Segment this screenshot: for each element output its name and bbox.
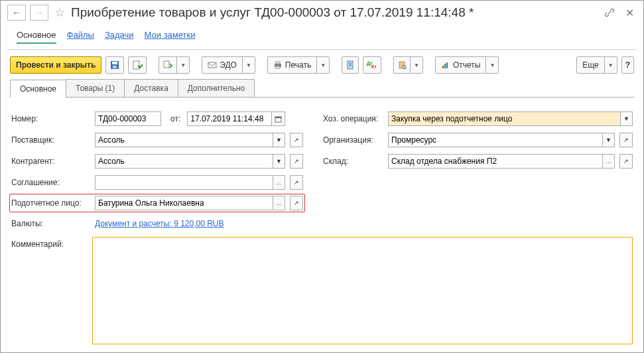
svg-rect-3 <box>133 61 139 69</box>
operation-input[interactable] <box>389 112 620 125</box>
counterparty-input[interactable] <box>96 155 273 168</box>
section-tab-main[interactable]: Основное <box>17 27 56 44</box>
create-based-on-dropdown[interactable]: ▼ <box>177 56 190 74</box>
svg-rect-7 <box>276 62 280 64</box>
attachments-dropdown[interactable]: ▼ <box>411 56 423 74</box>
tab-goods[interactable]: Товары (1) <box>66 79 125 97</box>
operation-dropdown-icon[interactable]: ▼ <box>620 112 632 125</box>
supplier-open-icon[interactable]: ↗ <box>290 133 303 147</box>
svg-rect-1 <box>112 62 117 64</box>
svg-rect-8 <box>276 66 280 68</box>
svg-line-17 <box>405 68 407 70</box>
section-tab-files[interactable]: Файлы <box>67 27 94 44</box>
window-title: Приобретение товаров и услуг ТД00-000003… <box>71 5 600 20</box>
save-button[interactable] <box>105 56 124 74</box>
post-button[interactable] <box>128 56 147 74</box>
label-supplier: Поставщик: <box>11 135 92 145</box>
svg-rect-19 <box>444 64 446 68</box>
svg-rect-22 <box>275 117 281 118</box>
svg-rect-20 <box>446 62 448 68</box>
more-button[interactable]: Еще <box>576 56 604 74</box>
organization-open-icon[interactable]: ↗ <box>619 133 633 147</box>
help-button[interactable]: ? <box>621 56 634 74</box>
post-and-close-button[interactable]: Провести и закрыть <box>10 56 101 74</box>
agreement-select-icon[interactable]: … <box>273 176 285 189</box>
number-input[interactable] <box>95 111 161 126</box>
print-button[interactable]: Печать <box>267 56 317 74</box>
create-based-on-button[interactable] <box>159 56 177 74</box>
counterparty-dropdown-icon[interactable]: ▼ <box>273 155 285 168</box>
svg-rect-18 <box>442 66 444 68</box>
warehouse-input[interactable] <box>389 155 602 168</box>
label-comment: Комментарий: <box>11 237 92 344</box>
tab-main[interactable]: Основное <box>10 80 66 98</box>
tab-extra[interactable]: Дополнительно <box>178 79 255 97</box>
agreement-open-icon[interactable]: ↗ <box>290 175 303 190</box>
nav-forward-button[interactable]: → <box>30 5 48 21</box>
svg-text:Кт: Кт <box>371 64 377 69</box>
svg-rect-2 <box>113 66 117 68</box>
reports-button[interactable]: Отчеты <box>435 56 486 74</box>
label-number: Номер: <box>11 114 92 123</box>
reports-label: Отчеты <box>453 60 480 70</box>
warehouse-open-icon[interactable]: ↗ <box>619 154 633 169</box>
label-currencies: Валюты: <box>11 219 92 228</box>
label-warehouse: Склад: <box>323 157 385 166</box>
edo-button[interactable]: ЭДО <box>202 56 243 74</box>
currencies-link[interactable]: Документ и расчеты: 9 120,00 RUB <box>95 219 224 228</box>
calendar-icon[interactable] <box>271 112 285 125</box>
document-structure-button[interactable] <box>342 56 359 74</box>
accountable-select-icon[interactable]: … <box>273 196 285 210</box>
label-organization: Организация: <box>323 135 385 145</box>
close-button[interactable]: ✕ <box>623 7 637 19</box>
more-dropdown[interactable]: ▼ <box>605 56 617 74</box>
attachments-button[interactable] <box>393 56 411 74</box>
reports-dropdown[interactable]: ▼ <box>486 56 499 74</box>
datetime-input[interactable] <box>188 112 271 125</box>
svg-rect-5 <box>208 62 216 68</box>
label-agreement: Соглашение: <box>11 178 92 187</box>
print-dropdown[interactable]: ▼ <box>317 56 330 74</box>
supplier-input[interactable] <box>96 133 273 147</box>
edo-dropdown[interactable]: ▼ <box>243 56 255 74</box>
accountable-open-icon[interactable]: ↗ <box>290 196 303 210</box>
svg-rect-4 <box>164 61 169 68</box>
organization-input[interactable] <box>389 133 602 147</box>
section-tab-tasks[interactable]: Задачи <box>105 27 134 44</box>
svg-rect-9 <box>348 61 353 69</box>
organization-dropdown-icon[interactable]: ▼ <box>602 133 614 147</box>
label-operation: Хоз. операция: <box>323 114 385 123</box>
agreement-input[interactable] <box>96 176 273 189</box>
section-tab-notes[interactable]: Мои заметки <box>145 27 196 44</box>
counterparty-open-icon[interactable]: ↗ <box>290 154 303 169</box>
edo-label: ЭДО <box>220 60 237 70</box>
comment-textarea[interactable] <box>92 237 633 344</box>
accountable-input[interactable] <box>96 196 273 210</box>
print-label: Печать <box>285 60 311 70</box>
label-accountable: Подотчетное лицо: <box>11 198 92 208</box>
label-counterparty: Контрагент: <box>11 157 92 166</box>
nav-back-button[interactable]: ← <box>7 5 26 21</box>
debit-credit-button[interactable]: ДтКт <box>363 56 381 74</box>
supplier-dropdown-icon[interactable]: ▼ <box>273 133 285 147</box>
favorite-star-icon[interactable]: ☆ <box>52 5 67 20</box>
link-icon[interactable] <box>604 7 615 18</box>
label-from: от: <box>170 114 180 123</box>
warehouse-select-icon[interactable]: … <box>602 155 614 168</box>
tab-delivery[interactable]: Доставка <box>124 79 178 97</box>
